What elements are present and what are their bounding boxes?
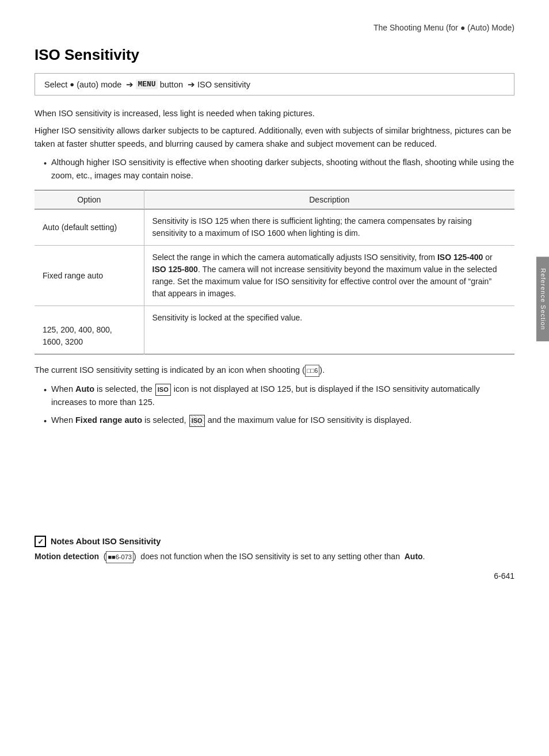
bullet-list-1: • Although higher ISO sensitivity is eff…: [35, 156, 514, 182]
spacer: [35, 436, 514, 528]
table-header-row: Option Description: [35, 190, 514, 209]
bullet-2-pre: When: [51, 384, 75, 394]
col-description: Description: [144, 190, 514, 209]
menu-path-button: button: [158, 80, 185, 89]
sidebar-label: Reference Section: [540, 268, 547, 330]
bullet-text-1: Although higher ISO sensitivity is effec…: [51, 156, 514, 182]
bullet-dot-3: •: [44, 415, 47, 427]
bullet-item-3: • When Fixed range auto is selected, ISO…: [44, 414, 514, 427]
camera-icon: ●: [460, 23, 467, 32]
notes-text-1: does not function when the ISO sensitivi…: [140, 552, 400, 561]
row3-description: Sensitivity is locked at the specified v…: [144, 306, 514, 354]
col-option: Option: [35, 190, 144, 209]
notes-ref: ■■6-073: [106, 551, 133, 563]
bullet-3-post: and the maximum value for ISO sensitivit…: [208, 415, 412, 425]
menu-keyword: MENU: [136, 79, 157, 89]
row2-desc-post: . The camera will not increase sensitivi…: [152, 265, 497, 298]
notes-section: ✓ Notes About ISO Sensitivity Motion det…: [35, 536, 514, 563]
row2-desc-bold1: ISO 125-400: [437, 253, 483, 262]
menu-path-iso: ISO sensitivity: [197, 80, 250, 89]
bullet-dot-1: •: [44, 157, 47, 170]
bullet-dot-2: •: [44, 384, 47, 396]
notes-header: ✓ Notes About ISO Sensitivity: [35, 536, 514, 547]
row2-option: Fixed range auto: [35, 246, 144, 306]
row1-option: Auto (default setting): [35, 209, 144, 246]
menu-path-auto: (auto) mode: [74, 80, 124, 89]
arrow-2: ➔: [188, 80, 195, 89]
notes-check-icon: ✓: [35, 536, 46, 547]
iso-icon-2: ISO: [189, 415, 205, 427]
row1-description: Sensitivity is ISO 125 when there is suf…: [144, 209, 514, 246]
notes-bold-2: Auto: [405, 552, 423, 561]
bullet-3-pre: When: [51, 415, 75, 425]
notes-header-text: Notes About ISO Sensitivity: [51, 537, 161, 546]
bullet-2-content: When Auto is selected, the ISO icon is n…: [51, 383, 514, 409]
page-title: ISO Sensitivity: [35, 46, 514, 64]
intro-text-1: When ISO sensitivity is increased, less …: [35, 107, 514, 120]
bullet-2-mid: is selected, the: [94, 384, 152, 394]
notes-content: Motion detection (■■6-073) does not func…: [35, 551, 514, 563]
row2-desc-mid: or: [483, 253, 492, 262]
bullet-3-bold: Fixed range auto: [75, 415, 142, 425]
iso-table: Option Description Auto (default setting…: [35, 190, 514, 354]
bullet-3-mid: is selected,: [142, 415, 186, 425]
row3-option: 125, 200, 400, 800, 1600, 3200: [35, 306, 144, 354]
page-content: The Shooting Menu (for ● (Auto) Mode) IS…: [0, 0, 549, 598]
bullet-2-bold: Auto: [75, 384, 94, 394]
row2-desc-pre: Select the range in which the camera aut…: [152, 253, 437, 262]
menu-path-select: Select: [44, 80, 70, 89]
sidebar-tab: Reference Section: [536, 257, 549, 342]
menu-path-box: Select ● (auto) mode ➔ MENU button ➔ ISO…: [35, 73, 514, 96]
bullet-list-2: • When Auto is selected, the ISO icon is…: [35, 383, 514, 427]
arrow-1: ➔: [126, 80, 134, 89]
bullet-3-content: When Fixed range auto is selected, ISO a…: [51, 414, 411, 427]
row2-description: Select the range in which the camera aut…: [144, 246, 514, 306]
ref-box-1: □□6: [305, 365, 319, 377]
header-text: The Shooting Menu (for: [373, 23, 458, 32]
table-row: Fixed range auto Select the range in whi…: [35, 246, 514, 306]
bullet-item-2: • When Auto is selected, the ISO icon is…: [44, 383, 514, 409]
page-number: 6-641: [494, 571, 514, 581]
page-header: The Shooting Menu (for ● (Auto) Mode): [35, 23, 514, 32]
camera-icon-small: ●: [70, 80, 74, 89]
row2-desc-bold2: ISO 125-800: [152, 265, 198, 274]
bullet-item-1: • Although higher ISO sensitivity is eff…: [44, 156, 514, 182]
footer-text-1: The current ISO sensitivity setting is i…: [35, 364, 514, 377]
header-mode: (Auto) Mode): [467, 23, 514, 32]
table-row: Auto (default setting) Sensitivity is IS…: [35, 209, 514, 246]
table-row: 125, 200, 400, 800, 1600, 3200 Sensitivi…: [35, 306, 514, 354]
intro-text-2: Higher ISO sensitivity allows darker sub…: [35, 124, 514, 150]
notes-bold-1: Motion detection: [35, 552, 99, 561]
iso-icon-1: ISO: [155, 384, 171, 396]
